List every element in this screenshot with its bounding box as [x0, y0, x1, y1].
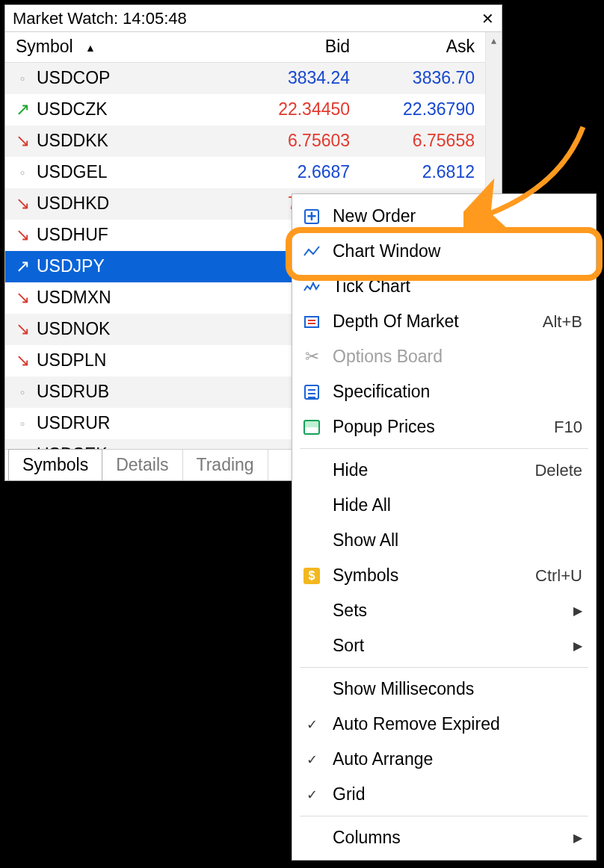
menu-columns[interactable]: Columns ▶ — [292, 820, 596, 855]
symbol-cell: ◦USDRUR — [5, 408, 235, 439]
menu-separator — [300, 816, 588, 816]
menu-show-milliseconds[interactable]: Show Milliseconds — [292, 672, 596, 707]
col-ask[interactable]: Ask — [360, 32, 485, 62]
symbol-name: USDHKD — [37, 193, 109, 214]
menu-auto-remove-expired[interactable]: ✓ Auto Remove Expired — [292, 707, 596, 742]
trend-icon: ↘ — [16, 193, 29, 214]
symbol-name: USDCOP — [37, 68, 110, 88]
trend-icon: ◦ — [16, 165, 29, 180]
ask-cell: 6.75658 — [360, 125, 485, 157]
symbol-cell: ↘USDMXN — [5, 282, 235, 314]
scroll-up-icon[interactable]: ▴ — [486, 32, 502, 49]
scissors-icon: ✂ — [301, 347, 322, 367]
menu-separator — [300, 448, 588, 449]
context-menu: + New Order Chart Window Tick Chart Dept… — [292, 193, 597, 861]
window-title: Market Watch: 14:05:48 — [13, 9, 481, 28]
menu-sort[interactable]: Sort ▶ — [292, 628, 596, 663]
menu-sets[interactable]: Sets ▶ — [292, 593, 596, 628]
menu-tick-chart[interactable]: Tick Chart — [292, 269, 596, 304]
check-icon: ✓ — [301, 751, 322, 768]
menu-hide-all[interactable]: Hide All — [292, 488, 596, 523]
menu-options-board: ✂ Options Board — [292, 339, 596, 374]
ask-cell: 2.6812 — [360, 157, 485, 188]
symbol-name: USDPLN — [37, 350, 106, 371]
symbol-name: USDDKK — [37, 131, 108, 151]
tab-trading[interactable]: Trading — [183, 450, 268, 480]
symbol-name: USDJPY — [37, 256, 105, 276]
ask-cell: 22.36790 — [360, 94, 485, 125]
table-row[interactable]: ↘USDDKK6.756036.75658 — [5, 125, 485, 157]
trend-icon: ↘ — [16, 319, 29, 339]
table-row[interactable]: ◦USDCOP3834.243836.70 — [5, 62, 485, 94]
plus-icon: + — [304, 209, 319, 224]
symbol-cell: ↘USDHKD — [5, 188, 235, 220]
check-icon: ✓ — [301, 716, 322, 733]
symbol-cell: ◦USDGEL — [5, 157, 235, 188]
trend-icon: ↗ — [16, 99, 29, 120]
trend-icon: ↘ — [16, 350, 29, 371]
chevron-right-icon: ▶ — [573, 604, 582, 618]
col-symbol[interactable]: Symbol ▲ — [5, 32, 235, 62]
symbol-name: USDHUF — [37, 225, 108, 245]
symbol-cell: ↗USDCZK — [5, 94, 235, 125]
trend-icon: ↘ — [16, 131, 29, 151]
specification-icon — [304, 385, 319, 400]
tab-symbols[interactable]: Symbols — [8, 449, 102, 480]
menu-new-order[interactable]: + New Order — [292, 199, 596, 234]
symbol-cell: ↗USDJPY — [5, 251, 235, 282]
col-bid[interactable]: Bid — [235, 32, 360, 62]
trend-icon: ↘ — [16, 225, 29, 245]
trend-icon: ↗ — [16, 256, 29, 276]
chevron-right-icon: ▶ — [573, 831, 582, 845]
menu-show-all[interactable]: Show All — [292, 523, 596, 558]
symbol-cell: ↘USDPLN — [5, 345, 235, 376]
symbol-name: USDCZK — [37, 99, 108, 120]
tick-chart-icon — [303, 280, 321, 294]
table-row[interactable]: ◦USDGEL2.66872.6812 — [5, 157, 485, 188]
tab-details[interactable]: Details — [102, 450, 182, 480]
symbol-name: USDRUR — [37, 413, 110, 433]
symbol-name: USDRUB — [37, 382, 109, 402]
titlebar[interactable]: Market Watch: 14:05:48 ✕ — [5, 5, 502, 32]
menu-hide[interactable]: Hide Delete — [292, 453, 596, 488]
bid-cell: 22.34450 — [235, 94, 360, 125]
trend-icon: ◦ — [16, 71, 29, 86]
menu-grid[interactable]: ✓ Grid — [292, 777, 596, 812]
symbol-cell: ↘USDNOK — [5, 314, 235, 345]
symbol-name: USDNOK — [37, 319, 110, 339]
menu-auto-arrange[interactable]: ✓ Auto Arrange — [292, 742, 596, 777]
table-row[interactable]: ↗USDCZK22.3445022.36790 — [5, 94, 485, 125]
sort-asc-icon: ▲ — [78, 42, 96, 54]
close-icon[interactable]: ✕ — [481, 10, 494, 28]
chevron-right-icon: ▶ — [573, 639, 582, 653]
chart-line-icon — [303, 245, 321, 258]
depth-icon — [304, 316, 319, 328]
dollar-icon: $ — [303, 568, 320, 584]
bid-cell: 3834.24 — [235, 62, 360, 94]
symbol-cell: ◦USDCOP — [5, 63, 235, 94]
popup-icon — [303, 420, 320, 435]
symbol-name: USDGEL — [37, 162, 108, 182]
menu-specification[interactable]: Specification — [292, 374, 596, 409]
ask-cell: 3836.70 — [360, 62, 485, 94]
menu-chart-window[interactable]: Chart Window — [292, 234, 596, 269]
trend-icon: ↘ — [16, 288, 29, 308]
trend-icon: ◦ — [16, 416, 29, 431]
check-icon: ✓ — [301, 787, 322, 803]
menu-popup-prices[interactable]: Popup Prices F10 — [292, 409, 596, 444]
symbol-name: USDMXN — [37, 288, 111, 308]
menu-symbols[interactable]: $ Symbols Ctrl+U — [292, 558, 596, 593]
menu-separator — [300, 667, 588, 668]
symbol-cell: ◦USDRUB — [5, 376, 235, 408]
menu-depth-of-market[interactable]: Depth Of Market Alt+B — [292, 304, 596, 339]
bid-cell: 6.75603 — [235, 125, 360, 157]
bid-cell: 2.6687 — [235, 157, 360, 188]
symbol-cell: ↘USDDKK — [5, 125, 235, 157]
symbol-cell: ↘USDHUF — [5, 220, 235, 251]
trend-icon: ◦ — [16, 385, 29, 400]
symbol-cell: ↘USDSEK — [5, 439, 235, 450]
